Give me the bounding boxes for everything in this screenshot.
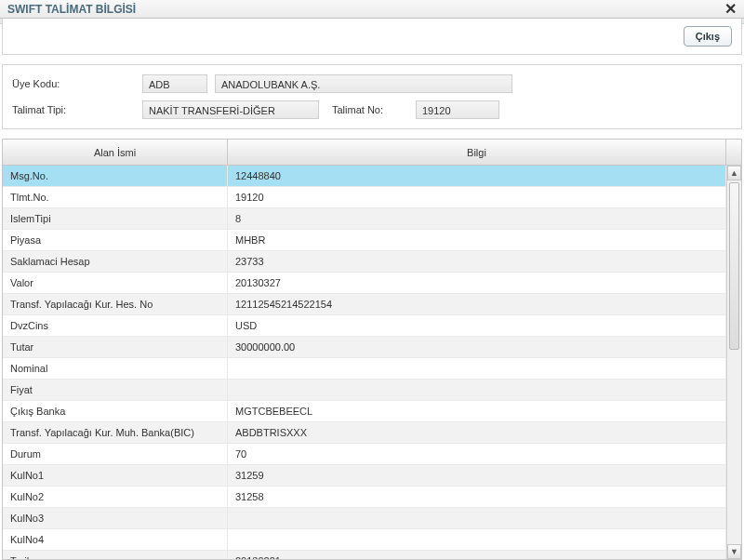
table-row[interactable]: Transf. Yapılacağı Kur. Muh. Banka(BIC)A… xyxy=(3,422,726,444)
talimat-no-label: Talimat No: xyxy=(332,104,416,115)
cell-field-name: Tlmt.No. xyxy=(3,187,228,207)
title-bar: SWIFT TALİMAT BİLGİSİ ✕ xyxy=(0,0,744,19)
cell-field-value: 31258 xyxy=(228,487,726,507)
uye-kodu-code-field: ADB xyxy=(142,74,207,93)
grid-header: Alan İsmi Bilgi xyxy=(3,140,741,166)
cell-field-name: Transf. Yapılacağı Kur. Muh. Banka(BIC) xyxy=(3,422,228,443)
cell-field-name: KulNo2 xyxy=(3,487,228,507)
scroll-thumb[interactable] xyxy=(729,182,739,350)
info-row-talimat: Talimat Tipi: NAKİT TRANSFERİ-DİĞER Tali… xyxy=(12,100,732,119)
table-row[interactable]: Tutar30000000.00 xyxy=(3,337,726,358)
uye-kodu-label: Üye Kodu: xyxy=(12,78,142,89)
cell-field-value: 31259 xyxy=(228,465,726,486)
table-row[interactable]: Tlmt.No.19120 xyxy=(3,187,726,208)
cell-field-name: Valor xyxy=(3,273,228,293)
modal-window: SWIFT TALİMAT BİLGİSİ ✕ Çıkış Üye Kodu: … xyxy=(0,0,744,560)
cell-field-value: 12112545214522154 xyxy=(228,294,726,314)
table-row[interactable]: Tarih20130221 xyxy=(3,551,726,559)
cell-field-value: 20130327 xyxy=(228,273,726,293)
data-grid: Alan İsmi Bilgi Msg.No.12448840Tlmt.No.1… xyxy=(2,139,742,560)
cell-field-name: Transf. Yapılacağı Kur. Hes. No xyxy=(3,294,228,314)
talimat-no-field: 19120 xyxy=(416,100,499,119)
close-icon[interactable]: ✕ xyxy=(721,2,740,17)
cell-field-name: KulNo3 xyxy=(3,508,228,528)
table-row[interactable]: PiyasaMHBR xyxy=(3,230,726,251)
cell-field-name: Nominal xyxy=(3,358,228,379)
talimat-tipi-field: NAKİT TRANSFERİ-DİĞER xyxy=(142,100,319,119)
cell-field-name: Saklamaci Hesap xyxy=(3,251,228,272)
cell-field-value: 70 xyxy=(228,444,726,464)
cell-field-name: Tutar xyxy=(3,337,228,357)
uye-kodu-name-field: ANADOLUBANK A.Ş. xyxy=(215,74,512,93)
table-row[interactable]: Msg.No.12448840 xyxy=(3,166,726,187)
cell-field-value: MHBR xyxy=(228,230,726,250)
table-row[interactable]: Fiyat xyxy=(3,380,726,401)
cell-field-value xyxy=(228,380,726,400)
cell-field-name: KulNo1 xyxy=(3,465,228,486)
cell-field-value: MGTCBEBEECL xyxy=(228,401,726,421)
cell-field-value: 19120 xyxy=(228,187,726,207)
table-row[interactable]: IslemTipi8 xyxy=(3,208,726,230)
cell-field-value: 12448840 xyxy=(228,166,726,186)
cell-field-value: 8 xyxy=(228,208,726,229)
toolbar: Çıkış xyxy=(2,19,742,55)
table-row[interactable]: Valor20130327 xyxy=(3,273,726,294)
grid-body: Msg.No.12448840Tlmt.No.19120IslemTipi8Pi… xyxy=(3,166,726,559)
vertical-scrollbar[interactable]: ▲ ▼ xyxy=(726,166,741,559)
table-row[interactable]: KulNo231258 xyxy=(3,487,726,508)
table-row[interactable]: Çıkış BankaMGTCBEBEECL xyxy=(3,401,726,422)
table-row[interactable]: DvzCinsUSD xyxy=(3,315,726,337)
cell-field-name: Çıkış Banka xyxy=(3,401,228,421)
cell-field-value: USD xyxy=(228,315,726,336)
cell-field-name: DvzCins xyxy=(3,315,228,336)
cell-field-name: Piyasa xyxy=(3,230,228,250)
col-header-value[interactable]: Bilgi xyxy=(228,140,726,165)
cell-field-value xyxy=(228,358,726,379)
cell-field-value: 30000000.00 xyxy=(228,337,726,357)
cell-field-value xyxy=(228,508,726,528)
cell-field-name: Durum xyxy=(3,444,228,464)
table-row[interactable]: Durum70 xyxy=(3,444,726,465)
table-row[interactable]: Nominal xyxy=(3,358,726,380)
cell-field-value: 20130221 xyxy=(228,551,726,559)
table-row[interactable]: KulNo3 xyxy=(3,508,726,529)
info-panel: Üye Kodu: ADB ANADOLUBANK A.Ş. Talimat T… xyxy=(2,64,742,129)
table-row[interactable]: Transf. Yapılacağı Kur. Hes. No121125452… xyxy=(3,294,726,315)
cell-field-name: Tarih xyxy=(3,551,228,559)
table-row[interactable]: KulNo4 xyxy=(3,529,726,551)
cell-field-value xyxy=(228,529,726,550)
info-row-uye-kodu: Üye Kodu: ADB ANADOLUBANK A.Ş. xyxy=(12,74,732,93)
cell-field-name: KulNo4 xyxy=(3,529,228,550)
table-row[interactable]: Saklamaci Hesap23733 xyxy=(3,251,726,273)
cell-field-value: 23733 xyxy=(228,251,726,272)
cell-field-name: Fiyat xyxy=(3,380,228,400)
exit-button[interactable]: Çıkış xyxy=(684,26,732,47)
cell-field-value: ABDBTRISXXX xyxy=(228,422,726,443)
scroll-up-icon[interactable]: ▲ xyxy=(727,166,741,180)
window-title: SWIFT TALİMAT BİLGİSİ xyxy=(7,3,136,16)
cell-field-name: Msg.No. xyxy=(3,166,228,186)
cell-field-name: IslemTipi xyxy=(3,208,228,229)
col-header-name[interactable]: Alan İsmi xyxy=(3,140,228,165)
table-row[interactable]: KulNo131259 xyxy=(3,465,726,487)
scroll-down-icon[interactable]: ▼ xyxy=(727,544,741,559)
talimat-tipi-label: Talimat Tipi: xyxy=(12,104,142,115)
